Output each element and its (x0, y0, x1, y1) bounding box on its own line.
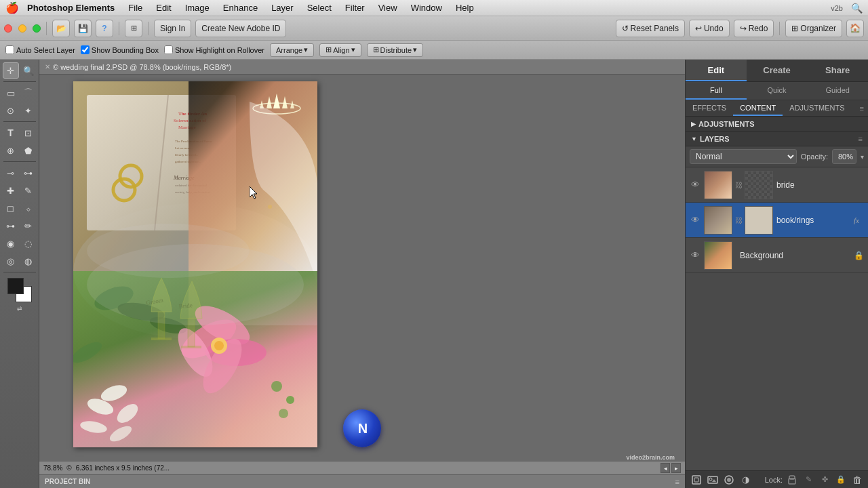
menu-select[interactable]: Select (302, 1, 337, 14)
subtab-full[interactable]: Full (686, 82, 747, 100)
align-button[interactable]: ⊞ Align ▾ (319, 43, 361, 57)
foreground-color-swatch[interactable] (7, 278, 24, 294)
cookie-cutter-tool[interactable]: ⬟ (20, 142, 37, 159)
layer-visibility-bride[interactable]: 👁 (688, 180, 702, 190)
distribute-button[interactable]: ⊞ Distribute ▾ (367, 43, 423, 57)
search-icon[interactable]: 🔍 (851, 3, 863, 14)
layer-visibility-background[interactable]: 👁 (688, 250, 702, 260)
section-tab-adjustments[interactable]: ADJUSTMENTS (783, 100, 851, 116)
red-eye-tool[interactable]: ◍ (20, 253, 37, 269)
tab-close-button[interactable]: ✕ (45, 63, 50, 70)
dodge-tool[interactable]: ◎ (3, 253, 19, 269)
eraser-tool[interactable]: ◻ (3, 200, 19, 216)
lock-transparent-pixels-button[interactable] (785, 473, 799, 487)
pencil-tool[interactable]: ✏ (20, 218, 37, 234)
canvas-content[interactable]: The Order An Solemnization of Marriage T… (39, 75, 685, 488)
menu-view[interactable]: View (373, 1, 403, 14)
layer-item-bride[interactable]: 👁 ⛓ bride (686, 167, 868, 203)
crop-tool[interactable]: ⊕ (3, 142, 19, 159)
eye-icon-background[interactable]: 👁 (691, 250, 700, 260)
lock-image-pixels-button[interactable]: ✎ (802, 473, 815, 487)
svg-rect-45 (181, 346, 201, 348)
help-button[interactable]: ? (96, 20, 113, 37)
create-photo-layer-button[interactable] (706, 473, 719, 487)
layers-header[interactable]: ▼ LAYERS ≡ (686, 131, 868, 146)
layer-item-background[interactable]: 👁 Background 🔒 (686, 238, 868, 273)
menu-image[interactable]: Image (180, 1, 215, 14)
eye-icon-bride[interactable]: 👁 (691, 180, 700, 190)
lock-all-button[interactable]: 🔒 (834, 473, 848, 487)
menu-help[interactable]: Help (450, 1, 479, 14)
swap-colors-icon[interactable]: ⇄ (17, 305, 22, 312)
redo-button[interactable]: ↪ Redo (734, 20, 774, 37)
clone-stamp-tool[interactable]: ✎ (20, 182, 37, 199)
opacity-chevron-icon[interactable]: ▾ (861, 153, 864, 161)
create-new-layer-button[interactable] (690, 473, 703, 487)
menu-window[interactable]: Window (406, 1, 448, 14)
fill-layer-button[interactable]: ◑ (738, 473, 752, 487)
sign-in-button[interactable]: Sign In (154, 20, 191, 37)
maximize-button[interactable] (33, 24, 41, 33)
auto-select-layer-check[interactable]: Auto Select Layer (5, 45, 75, 54)
layers-options-icon[interactable]: ≡ (859, 135, 863, 143)
apple-menu[interactable]: 🍎 (5, 1, 19, 14)
menu-edit[interactable]: Edit (151, 1, 176, 14)
blur-tool[interactable]: ◉ (3, 235, 19, 251)
minimize-button[interactable] (18, 24, 26, 33)
version-label: v2b (831, 4, 843, 12)
layer-extra-bookrings[interactable]: fx (852, 215, 865, 226)
lock-position-button[interactable]: ✤ (818, 473, 831, 487)
scroll-left-button[interactable]: ◂ (660, 463, 670, 473)
project-bin-options-icon[interactable]: ≡ (675, 478, 679, 486)
menu-enhance[interactable]: Enhance (218, 1, 263, 14)
show-bounding-box-check[interactable]: Show Bounding Box (81, 45, 159, 54)
magic-wand-tool[interactable]: ✦ (20, 102, 37, 119)
layer-chain-bride[interactable]: ⛓ (734, 181, 743, 189)
undo-button[interactable]: ↩ Undo (689, 20, 730, 37)
lasso-tool[interactable]: ⌒ (20, 85, 37, 101)
organizer-button[interactable]: ⊞ Organizer (785, 20, 842, 37)
create-adobe-id-button[interactable]: Create New Adobe ID (195, 20, 286, 37)
close-button[interactable] (4, 24, 12, 33)
show-highlight-on-rollover-check[interactable]: Show Highlight on Rollover (164, 45, 264, 54)
layer-mask-button[interactable] (722, 473, 736, 487)
open-button[interactable]: 📂 (52, 20, 70, 37)
eye-icon-bookrings[interactable]: 👁 (691, 215, 700, 225)
type-tool[interactable]: T (3, 125, 19, 141)
panel-options-icon[interactable]: ≡ (856, 104, 868, 113)
sponge-tool[interactable]: ◌ (20, 235, 37, 251)
zoom-tool[interactable]: 🔍 (20, 62, 37, 79)
scroll-right-button[interactable]: ▸ (671, 463, 681, 473)
adjustments-header[interactable]: ▶ ADJUSTMENTS (686, 117, 868, 131)
section-tab-effects[interactable]: EFFECTS (686, 100, 733, 116)
brush-tool[interactable]: ⊶ (3, 218, 19, 234)
subtab-guided[interactable]: Guided (807, 82, 868, 100)
layer-item-bookrings[interactable]: 👁 ⛓ book/rings fx (686, 203, 868, 238)
save-button[interactable]: 💾 (74, 20, 92, 37)
subtab-quick[interactable]: Quick (747, 82, 808, 100)
menu-file[interactable]: File (123, 1, 148, 14)
opacity-input[interactable] (832, 149, 856, 164)
section-tab-content[interactable]: CONTENT (733, 100, 783, 116)
blend-mode-select[interactable]: Normal (690, 149, 797, 164)
quick-selection-tool[interactable]: ⊙ (3, 102, 19, 119)
arrange-button[interactable]: Arrange ▾ (270, 43, 314, 57)
spot-healing-brush-tool[interactable]: ✚ (3, 182, 19, 199)
paint-bucket-tool[interactable]: ⬦ (20, 200, 37, 216)
rectangle-select-tool[interactable]: ▭ (3, 85, 19, 101)
enhance-icon[interactable]: ⊞ (125, 20, 142, 37)
tab-share[interactable]: Share (807, 60, 868, 81)
home-button[interactable]: 🏠 (846, 20, 864, 37)
straighten-tool[interactable]: ⊸ (3, 165, 19, 181)
transform-tool[interactable]: ⊡ (20, 125, 37, 141)
layer-visibility-bookrings[interactable]: 👁 (688, 215, 702, 225)
menu-layer[interactable]: Layer (266, 1, 299, 14)
move-tool[interactable]: ✛ (3, 62, 19, 79)
tab-create[interactable]: Create (747, 60, 808, 81)
reset-panels-button[interactable]: ↺ Reset Panels (616, 20, 685, 37)
delete-layer-button[interactable]: 🗑 (850, 473, 864, 487)
layer-chain-bookrings[interactable]: ⛓ (734, 216, 743, 224)
eyedropper-tool[interactable]: ⊶ (20, 165, 37, 181)
tab-edit[interactable]: Edit (686, 60, 747, 81)
menu-filter[interactable]: Filter (340, 1, 370, 14)
